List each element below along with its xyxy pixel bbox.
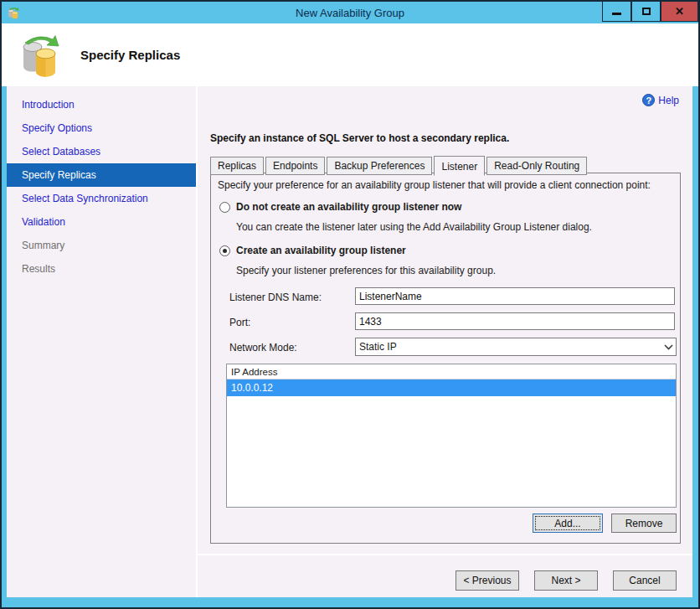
ip-address-column-header[interactable]: IP Address bbox=[227, 364, 676, 379]
sidebar-item-specify-options[interactable]: Specify Options bbox=[7, 116, 196, 140]
add-button[interactable]: Add... bbox=[533, 514, 603, 533]
sidebar-item-select-data-synchronization[interactable]: Select Data Synchronization bbox=[7, 187, 196, 210]
port-input[interactable] bbox=[355, 312, 675, 330]
tab-replicas[interactable]: Replicas bbox=[210, 157, 264, 175]
window-controls: ✕ bbox=[602, 2, 698, 22]
listener-dns-name-label: Listener DNS Name: bbox=[229, 292, 322, 303]
page-instruction-heading: Specify an instance of SQL Server to hos… bbox=[210, 132, 509, 144]
ip-address-row[interactable]: 10.0.0.12 bbox=[227, 379, 676, 396]
radio-no-listener-description: You can create the listener later using … bbox=[236, 221, 592, 233]
title-bar: New Availability Group ✕ bbox=[2, 2, 698, 23]
network-mode-select[interactable]: Static IP bbox=[355, 338, 677, 356]
wizard-header: Specify Replicas bbox=[2, 23, 698, 86]
help-icon: ? bbox=[642, 94, 655, 106]
sidebar-item-results: Results bbox=[7, 257, 196, 281]
radio-no-listener[interactable] bbox=[219, 202, 230, 213]
network-mode-label: Network Mode: bbox=[229, 342, 297, 354]
close-icon: ✕ bbox=[675, 5, 684, 18]
listener-dns-name-input[interactable] bbox=[355, 287, 675, 305]
sidebar-item-specify-replicas[interactable]: Specify Replicas bbox=[7, 163, 196, 187]
sidebar-item-select-databases[interactable]: Select Databases bbox=[7, 140, 196, 163]
help-link[interactable]: ? Help bbox=[642, 94, 679, 106]
tab-endpoints[interactable]: Endpoints bbox=[265, 157, 325, 175]
new-availability-group-window: New Availability Group ✕ Specify Replica… bbox=[0, 0, 700, 609]
main-content: ? Help Specify an instance of SQL Server… bbox=[198, 86, 692, 597]
chevron-down-icon bbox=[661, 344, 676, 350]
ip-address-table: IP Address 10.0.0.12 bbox=[226, 364, 677, 508]
network-mode-value: Static IP bbox=[356, 341, 661, 353]
maximize-icon bbox=[642, 8, 651, 15]
listener-instruction: Specify your preference for an availabil… bbox=[218, 179, 651, 191]
help-label: Help bbox=[658, 95, 679, 106]
remove-button[interactable]: Remove bbox=[611, 514, 677, 533]
tab-listener[interactable]: Listener bbox=[434, 156, 485, 176]
cancel-button[interactable]: Cancel bbox=[613, 570, 677, 591]
wizard-body: Introduction Specify Options Select Data… bbox=[7, 86, 692, 597]
port-label: Port: bbox=[229, 317, 250, 328]
tab-backup-preferences[interactable]: Backup Preferences bbox=[327, 157, 432, 175]
footer-divider bbox=[198, 554, 692, 555]
radio-no-listener-label[interactable]: Do not create an availability group list… bbox=[236, 201, 461, 213]
radio-create-listener[interactable] bbox=[219, 245, 230, 256]
close-button[interactable]: ✕ bbox=[661, 2, 698, 22]
previous-button[interactable]: < Previous bbox=[456, 570, 519, 591]
next-button[interactable]: Next > bbox=[534, 570, 598, 591]
tab-strip: Replicas Endpoints Backup Preferences Li… bbox=[210, 156, 589, 175]
minimize-icon bbox=[612, 13, 621, 15]
radio-create-listener-label[interactable]: Create an availability group listener bbox=[236, 245, 406, 256]
tab-read-only-routing[interactable]: Read-Only Routing bbox=[486, 157, 587, 175]
wizard-steps-sidebar: Introduction Specify Options Select Data… bbox=[7, 86, 196, 597]
window-title: New Availability Group bbox=[2, 7, 698, 19]
page-title: Specify Replicas bbox=[80, 48, 180, 62]
sidebar-item-validation[interactable]: Validation bbox=[7, 210, 196, 234]
minimize-button[interactable] bbox=[602, 2, 631, 22]
replicas-database-icon bbox=[20, 33, 62, 78]
radio-create-listener-description: Specify your listener preferences for th… bbox=[236, 265, 496, 276]
sidebar-item-summary: Summary bbox=[7, 234, 196, 257]
listener-tab-panel: Specify your preference for an availabil… bbox=[210, 173, 681, 544]
window-frame: Introduction Specify Options Select Data… bbox=[3, 86, 697, 606]
maximize-button[interactable] bbox=[631, 2, 661, 22]
sidebar-item-introduction[interactable]: Introduction bbox=[7, 93, 196, 116]
